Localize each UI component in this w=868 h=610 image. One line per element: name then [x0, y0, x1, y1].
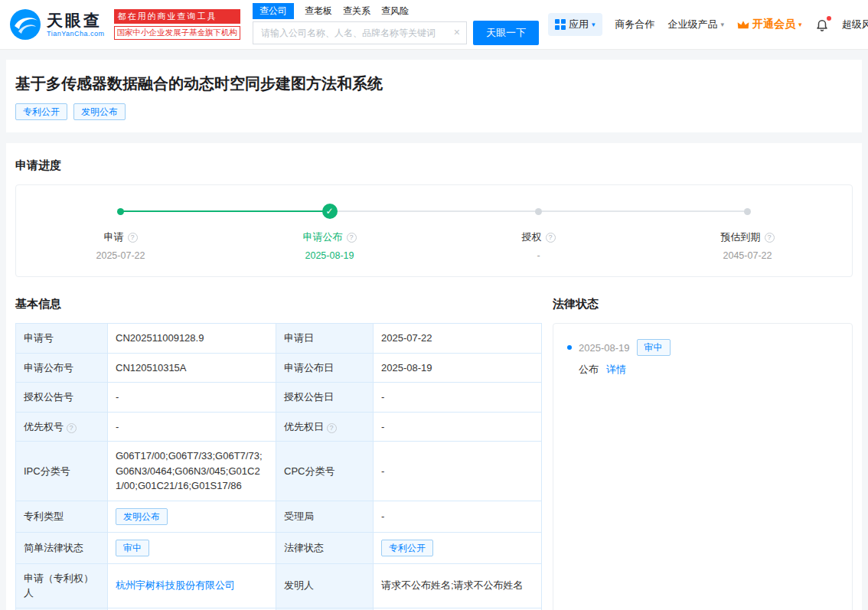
step-dot: [535, 208, 542, 215]
chevron-down-icon: ▾: [721, 21, 725, 28]
nav-business-cooperation[interactable]: 商务合作: [615, 18, 655, 31]
table-row: IPC分类号G06T17/00;G06T7/33;G06T7/73;G06N3/…: [16, 442, 542, 501]
info-value: -: [374, 442, 542, 501]
step-date: 2025-08-19: [305, 250, 354, 261]
legal-status-list: 2025-08-19审中公布详情: [553, 323, 853, 610]
legal-status-item: 2025-08-19审中公布详情: [567, 339, 838, 377]
info-value: 请求不公布姓名;请求不公布姓名: [374, 563, 542, 608]
info-value: 2025-07-22: [374, 324, 542, 354]
table-row: 专利类型发明公布受理局-: [16, 501, 542, 532]
apps-menu[interactable]: 应用 ▾: [548, 13, 602, 36]
info-value: 发明公布: [108, 501, 276, 532]
step-label-text: 申请: [104, 230, 124, 244]
notification-dot: [827, 16, 831, 21]
help-icon[interactable]: [327, 423, 337, 433]
info-label: 专利类型: [16, 501, 108, 532]
nav-label: 超级风...: [842, 18, 868, 31]
promo-badges: 都在用的商业查询工具 国家中小企业发展子基金旗下机构: [114, 9, 241, 40]
page-title: 基于多传感器数据融合的动态时空同步建图方法和系统: [15, 73, 853, 94]
search-tab[interactable]: 查风险: [381, 5, 409, 18]
apps-label: 应用: [569, 18, 589, 31]
search-area: 查公司查老板查关系查风险 × 天眼一下: [253, 4, 539, 45]
search-tab[interactable]: 查公司: [253, 3, 294, 19]
search-input[interactable]: [253, 21, 467, 44]
info-value: CN202511009128.9: [108, 324, 276, 354]
info-label: 法律状态: [276, 532, 374, 563]
table-row: 优先权号 -优先权日 -: [16, 412, 542, 442]
check-icon: ✓: [322, 204, 338, 219]
crown-icon: [737, 20, 749, 30]
top-header: 天眼查 TianYanCha.com 都在用的商业查询工具 国家中小企业发展子基…: [0, 0, 868, 49]
legal-item-head: 2025-08-19审中: [567, 339, 838, 356]
clear-icon[interactable]: ×: [454, 26, 460, 38]
nav-super-risk[interactable]: 超级风... ▾: [842, 18, 868, 31]
nav-open-vip[interactable]: 开通会员 ▾: [737, 18, 802, 31]
legal-action: 公布详情: [579, 363, 838, 377]
nav-enterprise-products[interactable]: 企业级产品 ▾: [668, 18, 725, 31]
basic-info-section-title: 基本信息: [15, 297, 542, 312]
step-label-text: 申请公布: [303, 230, 343, 244]
info-value: -: [108, 412, 276, 442]
info-label: 申请公布号: [16, 353, 108, 383]
step-label-text: 授权: [522, 230, 542, 244]
patent-detail-card: 申请进度 申请2025-07-22✓申请公布2025-08-19授权-预估到期2…: [6, 143, 862, 610]
info-value: 专利公开: [374, 532, 542, 563]
info-value: -: [374, 383, 542, 413]
step-date: 2025-07-22: [96, 250, 145, 261]
info-label: 申请号: [16, 324, 108, 354]
info-label: 申请（专利权）人: [16, 563, 108, 608]
progress-timeline: 申请2025-07-22✓申请公布2025-08-19授权-预估到期2045-0…: [15, 184, 853, 277]
info-label: 授权公告日: [276, 383, 374, 413]
company-link[interactable]: 杭州宇树科技股份有限公司: [116, 579, 235, 591]
help-icon[interactable]: [128, 233, 138, 243]
search-button[interactable]: 天眼一下: [473, 21, 539, 45]
progress-step: 授权-: [434, 204, 643, 261]
logo-eye-icon: [9, 8, 41, 41]
patent-tags: 专利公开发明公布: [15, 103, 853, 120]
header-nav: 应用 ▾ 商务合作 企业级产品 ▾ 开通会员 ▾ 超级风... ▾: [548, 13, 868, 36]
help-icon[interactable]: [546, 233, 556, 243]
info-label: 授权公告号: [16, 383, 108, 413]
help-icon[interactable]: [67, 423, 77, 433]
info-label: 受理局: [276, 501, 374, 532]
legal-status-section: 法律状态 2025-08-19审中公布详情: [553, 297, 853, 610]
info-label: 优先权日: [276, 412, 374, 442]
table-row: 简单法律状态审中法律状态专利公开: [16, 532, 542, 563]
info-label: 简单法律状态: [16, 532, 108, 563]
progress-step: 预估到期2045-07-22: [643, 204, 852, 261]
search-tab[interactable]: 查老板: [305, 5, 332, 18]
status-badge: 审中: [637, 339, 671, 356]
step-node-row: [535, 204, 542, 219]
step-label: 申请: [104, 230, 138, 244]
bullet-icon: [567, 345, 572, 350]
help-icon[interactable]: [347, 233, 357, 243]
basic-info-section: 基本信息 申请号CN202511009128.9申请日2025-07-22申请公…: [15, 297, 542, 610]
notifications-bell[interactable]: [815, 18, 829, 31]
step-label: 授权: [522, 230, 556, 244]
help-icon[interactable]: [765, 233, 775, 243]
table-row: 申请公布号CN120510315A申请公布日2025-08-19: [16, 353, 542, 383]
progress-step: 申请2025-07-22: [16, 204, 225, 261]
info-label: 申请公布日: [276, 353, 374, 383]
vip-label: 开通会员: [752, 18, 795, 31]
table-row: 申请（专利权）人杭州宇树科技股份有限公司发明人请求不公布姓名;请求不公布姓名: [16, 563, 542, 608]
chevron-down-icon: ▾: [798, 21, 802, 28]
search-tab[interactable]: 查关系: [343, 5, 370, 18]
info-value: CN120510315A: [108, 353, 276, 383]
info-value: 2025-08-19: [374, 353, 542, 383]
info-value: 杭州宇树科技股份有限公司: [108, 563, 276, 608]
info-value: -: [374, 412, 542, 442]
chevron-down-icon: ▾: [592, 21, 596, 28]
step-node-row: ✓: [322, 204, 338, 219]
step-dot: [744, 208, 751, 215]
brand-domain: TianYanCha.com: [47, 31, 105, 38]
detail-link[interactable]: 详情: [606, 364, 626, 375]
search-tabs: 查公司查老板查关系查风险: [253, 4, 539, 18]
detail-columns: 基本信息 申请号CN202511009128.9申请日2025-07-22申请公…: [15, 297, 853, 610]
info-value: -: [108, 383, 276, 413]
step-date: 2045-07-22: [723, 250, 772, 261]
tianyancha-logo[interactable]: 天眼查 TianYanCha.com: [9, 8, 105, 41]
step-dot: [117, 208, 124, 215]
step-node-row: [744, 204, 751, 219]
step-node-row: [117, 204, 124, 219]
